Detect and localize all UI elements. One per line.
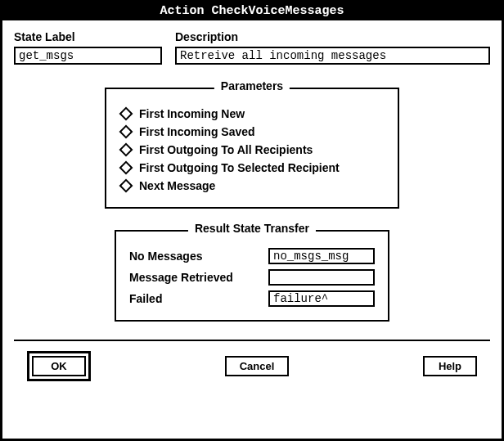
result-input-failed[interactable] bbox=[268, 290, 375, 307]
diamond-radio-icon bbox=[119, 179, 133, 193]
result-row-no-messages: No Messages bbox=[129, 248, 375, 264]
result-input-message-retrieved[interactable] bbox=[268, 269, 375, 286]
state-label-input[interactable] bbox=[14, 47, 162, 65]
default-button-frame: OK bbox=[27, 351, 91, 381]
dialog-content: State Label Description Parameters First… bbox=[2, 20, 502, 381]
description-caption: Description bbox=[175, 30, 490, 43]
button-bar: OK Cancel Help bbox=[14, 341, 490, 381]
param-label: First Incoming New bbox=[139, 107, 245, 120]
result-row-message-retrieved: Message Retrieved bbox=[129, 269, 375, 286]
result-label: Message Retrieved bbox=[129, 271, 233, 284]
param-option-next-message[interactable]: Next Message bbox=[121, 179, 383, 192]
param-label: First Outgoing To All Recipients bbox=[139, 143, 313, 156]
param-option-first-incoming-new[interactable]: First Incoming New bbox=[121, 107, 383, 120]
result-row-failed: Failed bbox=[129, 290, 375, 307]
param-label: First Incoming Saved bbox=[139, 125, 255, 138]
parameters-title: Parameters bbox=[214, 79, 290, 92]
dialog-window: Action CheckVoiceMessages State Label De… bbox=[0, 0, 504, 441]
result-state-group: Result State Transfer No Messages Messag… bbox=[115, 230, 389, 322]
description-input[interactable] bbox=[175, 47, 490, 65]
description-group: Description bbox=[175, 30, 490, 65]
parameters-group: Parameters First Incoming New First Inco… bbox=[105, 88, 399, 209]
window-title: Action CheckVoiceMessages bbox=[160, 4, 344, 18]
window-titlebar: Action CheckVoiceMessages bbox=[2, 2, 502, 20]
state-label-group: State Label bbox=[14, 30, 162, 65]
result-label: Failed bbox=[129, 292, 162, 305]
result-title: Result State Transfer bbox=[188, 222, 316, 235]
diamond-radio-icon bbox=[119, 125, 133, 139]
result-input-no-messages[interactable] bbox=[268, 248, 375, 264]
param-label: First Outgoing To Selected Recipient bbox=[139, 161, 340, 174]
result-label: No Messages bbox=[129, 250, 202, 263]
param-option-first-incoming-saved[interactable]: First Incoming Saved bbox=[121, 125, 383, 138]
cancel-button[interactable]: Cancel bbox=[225, 356, 290, 376]
diamond-radio-icon bbox=[119, 161, 133, 175]
param-option-first-outgoing-selected[interactable]: First Outgoing To Selected Recipient bbox=[121, 161, 383, 174]
help-button[interactable]: Help bbox=[423, 356, 477, 376]
top-fields-row: State Label Description bbox=[14, 30, 490, 65]
diamond-radio-icon bbox=[119, 143, 133, 157]
state-label-caption: State Label bbox=[14, 30, 162, 43]
diamond-radio-icon bbox=[119, 107, 133, 121]
param-option-first-outgoing-all[interactable]: First Outgoing To All Recipients bbox=[121, 143, 383, 156]
param-label: Next Message bbox=[139, 179, 215, 192]
ok-button[interactable]: OK bbox=[32, 356, 86, 376]
